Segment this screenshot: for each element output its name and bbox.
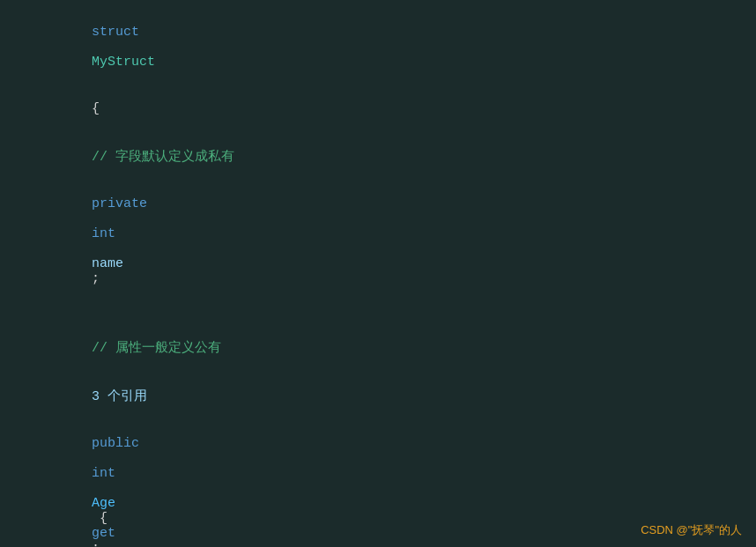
- comment-1: // 字段默认定义成私有: [92, 150, 234, 165]
- keyword-private: private: [92, 196, 147, 211]
- line-content-3: // 字段默认定义成私有: [26, 133, 234, 180]
- code-line-4: private int name ;: [0, 181, 756, 302]
- prop-age: Age: [92, 496, 115, 511]
- code-line-5: [0, 302, 756, 323]
- line-content-4: private int name ;: [26, 181, 147, 301]
- line-content-6: // 属性一般定义公有: [26, 324, 221, 371]
- line-content-7: 3 个引用: [26, 373, 147, 419]
- code-line-6: // 属性一般定义公有: [0, 323, 756, 372]
- watermark: CSDN @"抚琴"的人: [641, 522, 742, 538]
- keyword-public-1: public: [92, 436, 139, 451]
- watermark-text: CSDN @"抚琴"的人: [641, 523, 742, 536]
- line-content-8: public int Age { get ; set ; }: [26, 421, 139, 547]
- line-content-1: struct MyStruct: [26, 10, 155, 85]
- code-line-7: 3 个引用: [0, 372, 756, 420]
- code-line-3: // 字段默认定义成私有: [0, 132, 756, 181]
- keyword-int-2: int: [92, 466, 115, 481]
- line-content-5: [26, 303, 52, 318]
- code-line-2: {: [0, 85, 756, 132]
- type-mystruct: MyStruct: [92, 55, 155, 70]
- comment-2: // 属性一般定义公有: [92, 341, 221, 356]
- keyword-struct: struct: [92, 25, 139, 40]
- ref-count-1: 3 个引用: [92, 389, 147, 404]
- code-editor: struct MyStruct { // 字段默认定义成私有 private i…: [0, 0, 756, 547]
- keyword-get: get: [92, 526, 115, 541]
- keyword-int-1: int: [92, 226, 115, 241]
- code-line-1: struct MyStruct: [0, 9, 756, 85]
- line-content-2: {: [26, 86, 100, 131]
- var-name: name: [92, 256, 123, 271]
